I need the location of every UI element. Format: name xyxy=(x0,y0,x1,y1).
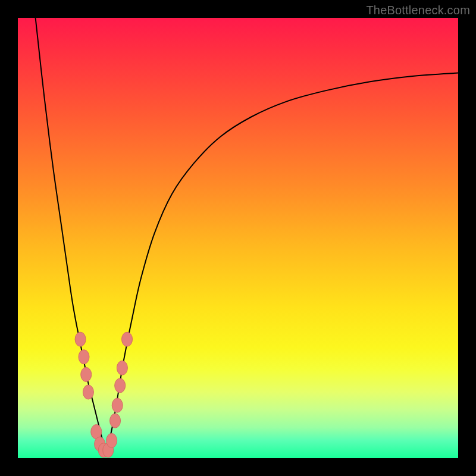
plot-area xyxy=(18,18,458,458)
data-marker xyxy=(122,332,133,346)
marker-group xyxy=(75,332,132,457)
data-marker xyxy=(83,385,93,399)
chart-frame: TheBottleneck.com xyxy=(0,0,476,476)
data-marker xyxy=(75,332,86,346)
data-marker xyxy=(107,433,117,447)
data-marker xyxy=(115,378,126,393)
data-marker xyxy=(110,414,121,428)
data-marker xyxy=(112,398,123,412)
data-marker xyxy=(117,361,127,375)
data-marker xyxy=(81,367,92,381)
chart-svg xyxy=(18,18,458,458)
curve-right-branch xyxy=(106,73,458,452)
curve-left-branch xyxy=(36,18,106,452)
watermark-text: TheBottleneck.com xyxy=(366,4,470,17)
data-marker xyxy=(79,350,89,364)
